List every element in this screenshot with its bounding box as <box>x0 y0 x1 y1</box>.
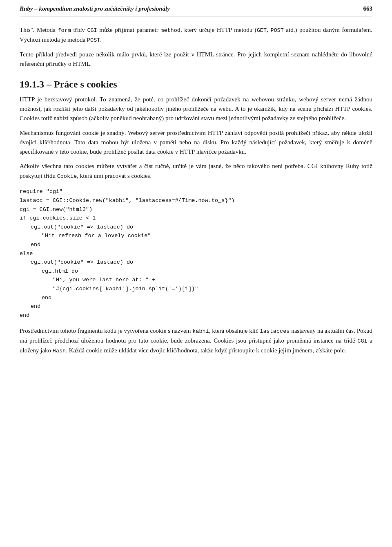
section-number: 19.1.3 <box>20 79 44 90</box>
page-header: Ruby – kompendium znalostí pro začáteční… <box>20 0 372 16</box>
code-line-1: require "cgi" <box>20 188 62 195</box>
page-number: 663 <box>363 4 373 13</box>
paragraph-2: Tento příklad předvedl pouze několik mál… <box>20 50 372 69</box>
code-line-14: end <box>20 303 40 309</box>
paragraph-6: Prostřednictvím tohoto fragmentu kódu je… <box>20 326 372 356</box>
paragraph-3: HTTP je bezstavový protokol. To znamená,… <box>20 95 372 123</box>
header-title: Ruby – kompendium znalostí pro začáteční… <box>20 4 170 13</box>
code-line-4: if cgi.cookies.size < 1 <box>20 215 96 221</box>
code-line-9: cgi.out("cookie" => lastacc) do <box>20 259 133 265</box>
code-line-13: end <box>20 295 51 301</box>
code-line-12: "#{cgi.cookies['kabhi'].join.split('=')[… <box>20 286 198 292</box>
code-line-7: end <box>20 242 40 248</box>
code-line-8: else <box>20 251 33 257</box>
paragraph-5: Ačkoliv všechna tato cookies můžete vytv… <box>20 161 372 181</box>
code-line-15: end <box>20 312 29 318</box>
code-line-2: lastacc = CGI::Cookie.new("kabhi", "last… <box>20 197 235 204</box>
section-heading: 19.1.3 – Práce s cookies <box>20 78 372 91</box>
code-line-5: cgi.out("cookie" => lastacc) do <box>20 224 133 230</box>
page: Ruby – kompendium znalostí pro začáteční… <box>0 0 392 547</box>
code-line-10: cgi.html do <box>20 268 78 274</box>
section-title: – Práce s cookies <box>47 79 117 90</box>
paragraph-1: This". Metoda form třídy CGI může přijím… <box>20 25 372 45</box>
code-block: require "cgi" lastacc = CGI::Cookie.new(… <box>20 187 372 320</box>
paragraph-4: Mechanismus fungování cookie je snadný. … <box>20 128 372 157</box>
code-line-3: cgi = CGI.new("html3") <box>20 206 92 213</box>
code-line-11: "Hi, you were last here at: " + <box>20 277 155 283</box>
code-line-6: "Hit refresh for a lovely cookie" <box>20 233 151 239</box>
